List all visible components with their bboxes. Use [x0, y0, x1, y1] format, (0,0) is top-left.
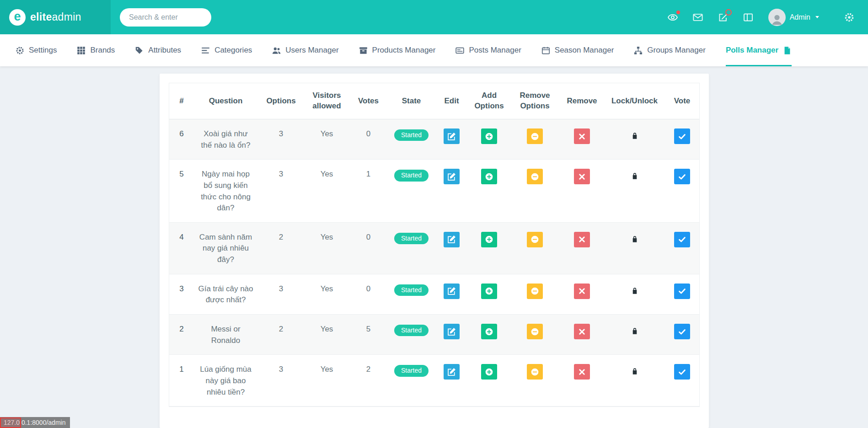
check-icon	[678, 235, 686, 244]
plus-circle-icon	[485, 132, 493, 141]
eye-icon[interactable]	[668, 12, 678, 22]
user-menu[interactable]: Admin	[768, 9, 819, 26]
vote-button[interactable]	[674, 128, 690, 144]
remove-button[interactable]	[574, 284, 590, 299]
poll-question: Xoài giá như thế nào là ổn?	[194, 119, 257, 159]
remove-button[interactable]	[574, 128, 590, 144]
lock-icon[interactable]	[631, 327, 639, 335]
poll-votes: 0	[349, 223, 388, 274]
nav-posts-manager[interactable]: Posts Manager	[455, 34, 521, 66]
add-options-button[interactable]	[481, 169, 497, 184]
x-icon	[578, 287, 586, 295]
sidebar-toggle-icon[interactable]	[743, 12, 753, 22]
poll-visitors-allowed: Yes	[305, 274, 349, 314]
add-options-cell	[468, 355, 510, 406]
vote-button[interactable]	[674, 284, 690, 299]
poll-options-count: 3	[257, 160, 305, 222]
remove-options-button[interactable]	[527, 324, 543, 339]
edit-button[interactable]	[444, 324, 460, 339]
remove-button[interactable]	[574, 232, 590, 247]
avatar	[768, 9, 786, 26]
poll-question: Messi or Ronaldo	[194, 315, 257, 354]
add-options-button[interactable]	[481, 284, 497, 299]
lock-icon[interactable]	[631, 367, 639, 375]
vote-cell	[665, 355, 699, 406]
add-options-button[interactable]	[481, 128, 497, 144]
edit-cell	[435, 355, 468, 406]
remove-options-button[interactable]	[527, 364, 543, 380]
add-options-button[interactable]	[481, 364, 497, 380]
nav-brands[interactable]: Brands	[77, 34, 115, 66]
settings-gear-icon[interactable]	[844, 12, 854, 22]
nav-attributes[interactable]: Attributes	[135, 34, 181, 66]
poll-votes: 5	[349, 315, 388, 354]
remove-options-button[interactable]	[527, 284, 543, 299]
edit-button[interactable]	[444, 232, 460, 247]
edit-cell	[435, 223, 468, 274]
lock-icon[interactable]	[631, 132, 639, 140]
nav-label: Attributes	[148, 46, 181, 55]
check-icon	[678, 368, 686, 376]
users-icon	[272, 46, 281, 55]
compose-icon[interactable]	[718, 12, 728, 22]
plus-circle-icon	[485, 235, 493, 244]
nav-products-manager[interactable]: Products Manager	[359, 34, 436, 66]
lock-icon[interactable]	[631, 235, 639, 243]
logo[interactable]: e eliteadmin	[0, 0, 111, 34]
table-body: 6 Xoài giá như thế nào là ổn? 3 Yes 0 St…	[169, 119, 699, 407]
remove-button[interactable]	[574, 324, 590, 339]
edit-cell	[435, 315, 468, 354]
remove-options-button[interactable]	[527, 232, 543, 247]
edit-button[interactable]	[444, 284, 460, 299]
poll-visitors-allowed: Yes	[305, 160, 349, 222]
notification-ring	[725, 9, 732, 16]
col-remove-options: Remove Options	[510, 83, 560, 119]
edit-button[interactable]	[444, 169, 460, 184]
remove-options-button[interactable]	[527, 169, 543, 184]
nav-categories[interactable]: Categories	[201, 34, 252, 66]
pencil-square-icon	[447, 327, 456, 336]
nav-label: Products Manager	[372, 46, 436, 55]
x-icon	[578, 368, 586, 376]
file-icon	[783, 46, 792, 55]
remove-button[interactable]	[574, 169, 590, 184]
mail-icon[interactable]	[693, 12, 703, 22]
polls-table: # Question Options Visitors allowed Vote…	[169, 83, 700, 407]
lock-icon[interactable]	[631, 287, 639, 295]
vote-button[interactable]	[674, 364, 690, 380]
add-options-button[interactable]	[481, 324, 497, 339]
poll-options-count: 3	[257, 274, 305, 314]
col-visitors-allowed: Visitors allowed	[305, 83, 349, 119]
check-icon	[678, 287, 686, 295]
vote-cell	[665, 119, 699, 159]
nav-groups-manager[interactable]: Groups Manager	[634, 34, 706, 66]
search-input[interactable]	[120, 8, 211, 27]
edit-button[interactable]	[444, 128, 460, 144]
add-options-button[interactable]	[481, 232, 497, 247]
add-options-cell	[468, 119, 510, 159]
minus-circle-icon	[530, 327, 539, 336]
minus-circle-icon	[530, 368, 539, 376]
edit-cell	[435, 160, 468, 222]
state-badge: Started	[394, 365, 429, 376]
vote-button[interactable]	[674, 169, 690, 184]
nav-label: Users Manager	[285, 46, 338, 55]
nav-label: Season Manager	[555, 46, 614, 55]
poll-votes: 0	[349, 274, 388, 314]
lock-icon[interactable]	[631, 172, 639, 180]
poll-question: Gía trái cây nào được nhất?	[194, 274, 257, 314]
nav-users-manager[interactable]: Users Manager	[272, 34, 338, 66]
table-row: 1 Lúa giống mùa này giá bao nhiêu tiền? …	[169, 355, 699, 407]
remove-button[interactable]	[574, 364, 590, 380]
poll-state-cell: Started	[388, 223, 435, 274]
table-row: 4 Cam sành năm nay giá nhiêu đây? 2 Yes …	[169, 223, 699, 274]
nav-settings[interactable]: Settings	[16, 34, 57, 66]
edit-button[interactable]	[444, 364, 460, 380]
nav-polls-manager[interactable]: Polls Manager	[726, 34, 792, 66]
pencil-square-icon	[447, 368, 456, 376]
nav-season-manager[interactable]: Season Manager	[541, 34, 614, 66]
remove-options-button[interactable]	[527, 128, 543, 144]
vote-button[interactable]	[674, 232, 690, 247]
state-badge: Started	[394, 129, 429, 141]
vote-button[interactable]	[674, 324, 690, 339]
